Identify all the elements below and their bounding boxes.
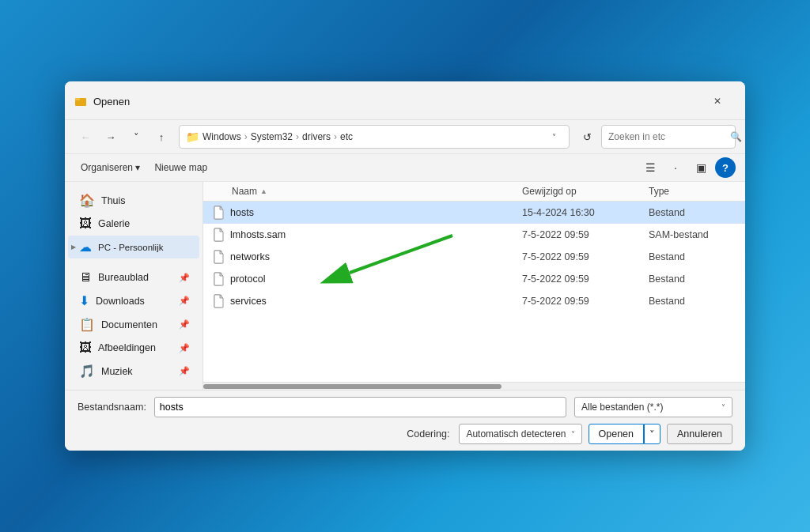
file-cell-date: 7-5-2022 09:59 [516, 274, 642, 285]
file-cell-name: networks [203, 250, 516, 264]
address-chevron-button[interactable]: ˅ [545, 128, 562, 145]
coding-chevron-icon: ˅ [571, 430, 575, 439]
file-icon [213, 206, 225, 220]
sidebar-item-downloads[interactable]: ⬇ Downloads 📌 [68, 289, 199, 312]
filename-input[interactable] [154, 397, 566, 417]
file-cell-type: SAM-bestand [642, 229, 745, 240]
sidebar: 🏠 Thuis 🖼 Galerie ☁ PC - Persoonlijk 🖥 B… [65, 182, 203, 390]
file-cell-type: Bestand [642, 207, 745, 218]
filetype-value: Alle bestanden (*.*) [581, 402, 663, 413]
address-part-windows[interactable]: Windows [202, 131, 241, 142]
back-button[interactable]: ← [74, 126, 97, 148]
main-content: 🏠 Thuis 🖼 Galerie ☁ PC - Persoonlijk 🖥 B… [65, 182, 745, 390]
close-button[interactable]: ✕ [699, 89, 736, 113]
refresh-button[interactable]: ↺ [576, 126, 598, 148]
table-row[interactable]: services 7-5-2022 09:59 Bestand [203, 290, 745, 312]
filename-row: Bestandsnaam: Alle bestanden (*.*) ˅ [78, 397, 732, 417]
file-cell-type: Bestand [642, 296, 745, 307]
sidebar-label-downloads: Downloads [96, 296, 145, 307]
sidebar-label-documenten: Documenten [101, 319, 157, 330]
col-name-header[interactable]: Naam ▲ [203, 182, 516, 201]
pin-icon-bureaublad: 📌 [179, 273, 190, 283]
table-row[interactable]: networks 7-5-2022 09:59 Bestand [203, 246, 745, 268]
coding-dropdown[interactable]: Automatisch detecteren ˅ [459, 424, 581, 444]
sidebar-item-muziek[interactable]: 🎵 Muziek 📌 [68, 360, 199, 383]
sidebar-item-documenten[interactable]: 📋 Documenten 📌 [68, 313, 199, 336]
file-list: hosts 15-4-2024 16:30 Bestand lmhosts.sa… [203, 202, 745, 382]
sidebar-label-muziek: Muziek [101, 366, 133, 377]
sidebar-label-galerie: Galerie [98, 218, 130, 229]
commandbar: Organiseren ▾ Nieuwe map ☰ · ▣ ? [65, 154, 745, 182]
table-row[interactable]: lmhosts.sam 7-5-2022 09:59 SAM-bestand [203, 224, 745, 246]
open-dropdown-button[interactable]: ˅ [644, 424, 660, 444]
search-icon: 🔍 [730, 131, 742, 142]
coding-label: Codering: [407, 428, 449, 440]
table-row[interactable]: protocol 7-5-2022 09:59 Bestand [203, 268, 745, 290]
organise-button[interactable]: Organiseren ▾ [74, 157, 146, 178]
help-button[interactable]: ? [715, 157, 736, 178]
filetype-chevron-icon: ˅ [721, 403, 725, 412]
pin-icon-afbeeldingen: 📌 [179, 343, 190, 353]
search-box: 🔍 [601, 125, 736, 149]
navigation-toolbar: ← → ˅ ↑ 📁 Windows › System32 › drivers ›… [65, 120, 745, 154]
file-name: hosts [230, 207, 254, 218]
dialog-title: Openen [93, 96, 699, 108]
file-icon [213, 228, 225, 242]
file-cell-name: hosts [203, 206, 516, 220]
file-cell-date: 7-5-2022 09:59 [516, 229, 642, 240]
address-part-drivers[interactable]: drivers [302, 131, 331, 142]
address-part-etc[interactable]: etc [340, 131, 353, 142]
view-detail-button[interactable]: · [664, 157, 687, 178]
file-area: Naam ▲ Gewijzigd op Type host [203, 182, 745, 390]
file-icon [213, 272, 225, 286]
file-cell-date: 7-5-2022 09:59 [516, 296, 642, 307]
sidebar-item-thuis[interactable]: 🏠 Thuis [68, 189, 199, 212]
pictures-icon: 🖼 [79, 341, 92, 355]
file-name: lmhosts.sam [230, 229, 286, 240]
forward-button[interactable]: → [100, 126, 122, 148]
sidebar-item-bureaublad[interactable]: 🖥 Bureaublad 📌 [68, 266, 199, 289]
col-type-header[interactable]: Type [642, 182, 745, 201]
address-folder-icon: 📁 [186, 130, 199, 143]
desktop-icon: 🖥 [79, 270, 92, 285]
file-list-header: Naam ▲ Gewijzigd op Type [203, 182, 745, 202]
sidebar-label-pc: PC - Persoonlijk [98, 243, 163, 252]
sidebar-item-afbeeldingen[interactable]: 🖼 Afbeeldingen 📌 [68, 337, 199, 359]
view-panel-button[interactable]: ▣ [690, 157, 712, 178]
documents-icon: 📋 [79, 317, 95, 332]
sidebar-item-pc-persoonlijk[interactable]: ☁ PC - Persoonlijk [68, 236, 199, 258]
dialog-icon [74, 95, 87, 108]
pin-icon-downloads: 📌 [179, 296, 190, 306]
file-cell-date: 15-4-2024 16:30 [516, 207, 642, 218]
file-icon [213, 250, 225, 264]
file-icon [213, 294, 225, 308]
gallery-icon: 🖼 [79, 217, 92, 231]
titlebar-controls: ✕ [699, 89, 736, 113]
downloads-icon: ⬇ [79, 293, 89, 308]
filename-label: Bestandsnaam: [78, 402, 146, 413]
table-row[interactable]: hosts 15-4-2024 16:30 Bestand [203, 202, 745, 224]
titlebar: Openen ✕ [65, 81, 745, 120]
sidebar-item-galerie[interactable]: 🖼 Galerie [68, 213, 199, 235]
file-cell-date: 7-5-2022 09:59 [516, 251, 642, 262]
address-bar[interactable]: 📁 Windows › System32 › drivers › etc ˅ [179, 125, 570, 149]
dropdown-button[interactable]: ˅ [125, 126, 147, 148]
file-cell-name: protocol [203, 272, 516, 286]
cloud-icon: ☁ [79, 240, 92, 255]
home-icon: 🏠 [79, 193, 95, 208]
file-name: services [230, 296, 267, 307]
sidebar-label-thuis: Thuis [101, 195, 126, 206]
address-parts: Windows › System32 › drivers › etc [202, 131, 542, 142]
col-date-header[interactable]: Gewijzigd op [516, 182, 642, 201]
coding-value: Automatisch detecteren [466, 428, 566, 440]
search-input[interactable] [608, 131, 727, 142]
cancel-button[interactable]: Annuleren [667, 424, 732, 444]
file-name: networks [230, 251, 270, 262]
view-list-button[interactable]: ☰ [639, 157, 661, 178]
new-folder-button[interactable]: Nieuwe map [148, 157, 214, 178]
horizontal-scrollbar[interactable] [203, 382, 745, 390]
open-button[interactable]: Openen [589, 424, 644, 444]
up-button[interactable]: ↑ [150, 126, 172, 148]
address-part-system32[interactable]: System32 [251, 131, 293, 142]
filetype-dropdown[interactable]: Alle bestanden (*.*) ˅ [574, 397, 732, 417]
